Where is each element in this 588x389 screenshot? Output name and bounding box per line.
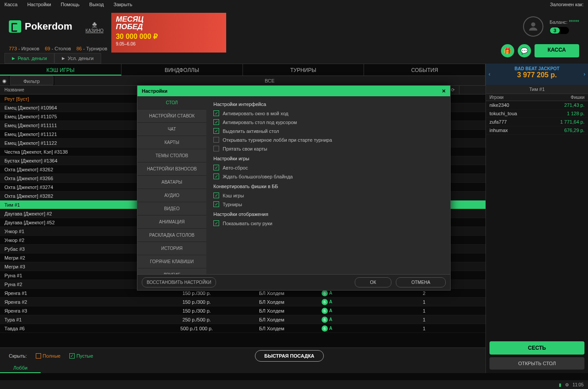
filter-toggle-icon[interactable]: ◉ (0, 76, 9, 85)
gift-button[interactable]: 🎁 (501, 44, 514, 57)
settings-option[interactable]: Активировать стол под курсором (213, 119, 443, 125)
settings-option[interactable]: Активировать окно в мой ход (213, 110, 443, 116)
sit-button[interactable]: СЕСТЬ (489, 341, 584, 355)
balance-pill[interactable]: 3 (550, 27, 560, 34)
settings-option[interactable]: Турниры (213, 201, 443, 207)
casino-icon: ♣ (86, 20, 104, 28)
settings-option[interactable]: Выделить активный стол (213, 128, 443, 134)
settings-modal: Настройки ✕ СТОЛНАСТРОЙКИ СТАВОКЧАТКАРТЫ… (137, 85, 451, 291)
table-row[interactable]: Тура #1250 р./500 р.БЛ Холдем6A1 (0, 315, 486, 324)
play-money-tab[interactable]: ▶Усл. деньги (54, 53, 101, 64)
logo[interactable]: Pokerdom (9, 20, 72, 33)
player-list: nike2340271,43 р.tokuchi_toua1 128 р.zuf… (486, 101, 588, 338)
settings-nav-item[interactable]: КАРТЫ (137, 136, 206, 149)
settings-nav-item[interactable]: ВИДЕО (137, 202, 206, 215)
settings-nav-item[interactable]: ЧАТ (137, 123, 206, 136)
jackpot-next-icon[interactable]: › (584, 71, 585, 77)
fast-seat-button[interactable]: БЫСТРАЯ ПОСАДКА (255, 350, 323, 362)
restore-button[interactable]: ВОССТАНОВИТЬ НАСТРОЙКИ (142, 277, 216, 287)
logo-text: Pokerdom (25, 21, 72, 32)
tournaments-tab[interactable]: ТУРНИРЫ (243, 64, 364, 76)
cashier-button[interactable]: КАССА (535, 44, 579, 57)
player-row[interactable]: inhumax676,29 р. (486, 126, 588, 135)
settings-option[interactable]: Открывать турнирное лобби при старте тур… (213, 137, 443, 143)
logo-icon (9, 20, 21, 33)
settings-nav-item[interactable]: АНИМАЦИЯ (137, 215, 206, 228)
header: Pokerdom ♣ КАЗИНО МЕСЯЦПОБЕД 30 000 000 … (0, 9, 588, 44)
money-tabs: ▶Реал. деньги ▶Усл. деньги (0, 53, 588, 64)
events-tab[interactable]: СОБЫТИЯ (364, 64, 486, 76)
modal-title: Настройки (142, 86, 167, 96)
balance: Баланс: ***** 3 (550, 19, 579, 34)
settings-nav: СТОЛНАСТРОЙКИ СТАВОКЧАТКАРТЫТЕМЫ СТОЛОВН… (137, 96, 206, 274)
top-menubar: КассаНастройкиПомощьВыходЗакрыть Залогин… (0, 0, 588, 9)
game-tabs: КЭШ ИГРЫ ВИНДФОЛЛЫ ТУРНИРЫ СОБЫТИЯ (0, 64, 486, 76)
real-money-tab[interactable]: ▶Реал. деньги (4, 53, 54, 64)
table-row[interactable]: Тавда #6500 р./1 000 р.БЛ Холдем6A1 (0, 324, 486, 333)
modal-close-icon[interactable]: ✕ (442, 86, 446, 96)
settings-nav-item[interactable]: ТЕМЫ СТОЛОВ (137, 149, 206, 162)
avatar[interactable] (523, 16, 543, 37)
filter-button[interactable]: Фильтр (10, 76, 53, 85)
login-status: Залогинен как: (550, 0, 584, 9)
open-table-button[interactable]: ОТКРЫТЬ СТОЛ (489, 357, 584, 370)
table-row[interactable]: Яренга #3150 р./300 р.БЛ Холдем6A1 (0, 306, 486, 315)
side-table-title: Тим #1 (486, 85, 588, 94)
promo-banner[interactable]: МЕСЯЦПОБЕД 30 000 000 ₽ 9.05–6.06 (111, 13, 226, 53)
menu-Настройки[interactable]: Настройки (27, 2, 51, 7)
settings-nav-item[interactable]: ИСТОРИЯ (137, 242, 206, 255)
menu-Выход[interactable]: Выход (89, 2, 104, 7)
settings-nav-item[interactable]: ДРУГИЕ (137, 268, 206, 274)
player-row[interactable]: nike2340271,43 р. (486, 101, 588, 110)
settings-nav-item[interactable]: АВАТАРЫ (137, 176, 206, 189)
settings-nav-item[interactable]: НАСТРОЙКИ ВЗНОСОВ (137, 162, 206, 175)
lobby-tab[interactable]: Лобби (0, 363, 41, 373)
hide-empty-checkbox[interactable]: Пустые (69, 353, 93, 359)
lobby-tabs: Лобби (0, 363, 486, 373)
menu-items: КассаНастройкиПомощьВыходЗакрыть (4, 0, 142, 9)
ok-button[interactable]: ОК (355, 277, 392, 287)
windfalls-tab[interactable]: ВИНДФОЛЛЫ (121, 64, 243, 76)
player-row[interactable]: zufa7771 771,64 р. (486, 118, 588, 126)
hide-full-checkbox[interactable]: Полные (36, 353, 61, 359)
settings-nav-item[interactable]: РАСКЛАДКА СТОЛОВ (137, 229, 206, 242)
settings-option[interactable]: Показывать силу руки (213, 220, 443, 226)
menu-Помощь[interactable]: Помощь (61, 2, 80, 7)
jackpot-panel: ‹ BAD BEAT JACKPOT 3 977 205 р. › (486, 64, 588, 85)
stats-bar: 773 - Игроков 69 - Столов 86 - Турниров (0, 44, 588, 53)
svg-point-0 (531, 23, 535, 26)
casino-link[interactable]: ♣ КАЗИНО (86, 20, 104, 33)
clock: 11:05 (573, 382, 584, 387)
jackpot-prev-icon[interactable]: ‹ (489, 71, 490, 77)
settings-nav-item[interactable]: СТОЛ (137, 96, 206, 109)
statusbar: ▮ ⚙ 11:05 (0, 380, 588, 389)
settings-option[interactable]: Прятать свои карты (213, 146, 443, 151)
settings-option[interactable]: Кэш игры (213, 193, 443, 198)
cash-games-tab[interactable]: КЭШ ИГРЫ (0, 64, 121, 76)
network-icon: ▮ (559, 382, 561, 387)
settings-nav-item[interactable]: ГОРЯЧИЕ КЛАВИШИ (137, 255, 206, 268)
menu-Закрыть[interactable]: Закрыть (114, 2, 132, 7)
settings-content: Настройки интерфейсаАктивировать окно в … (206, 96, 450, 274)
settings-nav-item[interactable]: НАСТРОЙКИ СТАВОК (137, 110, 206, 122)
filter-all[interactable]: ВСЕ (54, 76, 486, 85)
settings-nav-item[interactable]: АУДИО (137, 189, 206, 202)
support-button[interactable]: 💬 (518, 44, 531, 57)
player-row[interactable]: tokuchi_toua1 128 р. (486, 110, 588, 118)
table-row[interactable]: Яренга #2150 р./300 р.БЛ Холдем6A1 (0, 298, 486, 306)
settings-icon[interactable]: ⚙ (565, 382, 569, 387)
cancel-button[interactable]: ОТМЕНА (396, 277, 446, 287)
settings-option[interactable]: Авто-сброс (213, 165, 443, 170)
settings-option[interactable]: Ждать большого/овер блайнда (213, 174, 443, 179)
menu-Касса[interactable]: Касса (4, 2, 18, 7)
